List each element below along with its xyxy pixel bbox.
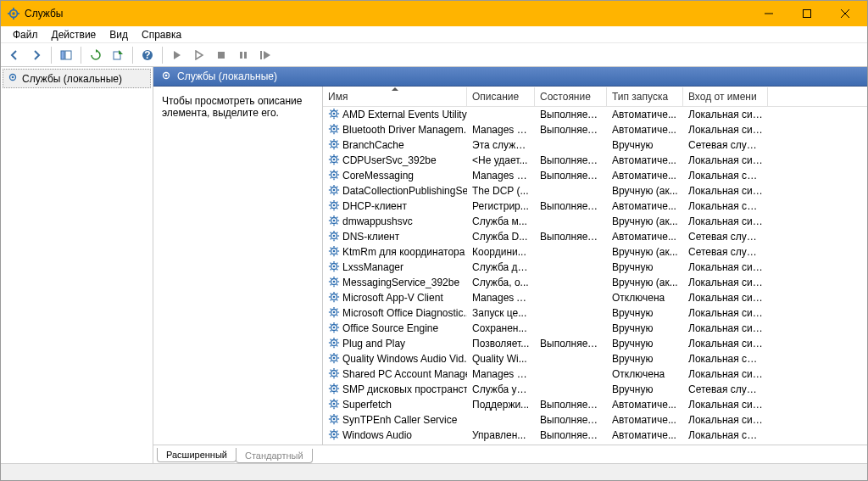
svg-point-20 (12, 76, 14, 79)
cell-logon: Локальная сис... (683, 322, 768, 335)
cell-description: Manages c... (467, 169, 535, 182)
gear-icon (328, 367, 340, 382)
svg-point-234 (333, 433, 336, 435)
service-row[interactable]: DHCP-клиентРегистрир...ВыполняетсяАвтома… (323, 199, 867, 214)
svg-line-69 (331, 171, 331, 171)
service-row[interactable]: Bluetooth Driver Managem...Manages B...В… (323, 122, 867, 137)
tab-extended[interactable]: Расширенный (157, 448, 236, 462)
service-row[interactable]: CDPUserSvc_392be<Не удает...ВыполняетсяА… (323, 153, 867, 168)
service-row[interactable]: Microsoft App-V ClientManages A...Отключ… (323, 290, 867, 305)
maximize-button[interactable] (787, 1, 826, 26)
svg-line-79 (331, 186, 331, 187)
service-row[interactable]: Quality Windows Audio Vid...Quality Wi..… (323, 351, 867, 366)
tab-standard[interactable]: Стандартный (236, 449, 313, 463)
cell-state (535, 358, 607, 360)
service-row[interactable]: SMP дисковых пространст...Служба уз...Вр… (323, 382, 867, 397)
cell-logon: Локальная сис... (683, 337, 768, 350)
service-row[interactable]: CoreMessagingManages c...ВыполняетсяАвто… (323, 168, 867, 183)
service-row[interactable]: DataCollectionPublishingSe...The DCP (..… (323, 183, 867, 199)
svg-line-112 (337, 232, 337, 232)
svg-line-152 (337, 293, 337, 294)
back-button[interactable] (4, 45, 25, 65)
service-row[interactable]: KtmRm для координатора ...Координи...Вру… (323, 244, 867, 260)
cell-startup: Вручную (607, 138, 683, 152)
service-row[interactable]: Windows AudioУправлен...ВыполняетсяАвтом… (323, 428, 867, 443)
help-button[interactable]: ? (137, 45, 158, 65)
cell-startup: Автоматиче... (607, 154, 683, 167)
gear-icon (328, 398, 340, 412)
svg-line-151 (331, 299, 331, 300)
cell-name: Plug and Play (323, 336, 467, 352)
cell-name: Quality Windows Audio Vid... (323, 351, 467, 367)
svg-point-84 (333, 204, 336, 206)
cell-logon: Локальная сис... (683, 184, 768, 198)
show-hide-tree-button[interactable] (56, 45, 76, 65)
export-button[interactable] (108, 45, 128, 65)
column-state[interactable]: Состояние (535, 87, 607, 106)
cell-description: Служба ди... (467, 260, 535, 274)
svg-rect-17 (244, 52, 247, 59)
cell-logon: Локальная сис... (683, 367, 768, 381)
column-startup[interactable]: Тип запуска (607, 87, 683, 106)
menu-help[interactable]: Справка (135, 27, 188, 42)
close-button[interactable] (826, 1, 864, 26)
forward-button[interactable] (26, 45, 47, 65)
service-row[interactable]: SuperfetchПоддержи...ВыполняетсяАвтомати… (323, 397, 867, 412)
cell-logon: Локальная сис... (683, 260, 768, 274)
svg-line-61 (331, 162, 331, 163)
cell-name: BranchCache (323, 137, 467, 154)
start-button-2[interactable] (189, 45, 209, 65)
svg-line-160 (337, 315, 337, 316)
pause-button[interactable] (233, 45, 253, 65)
svg-line-170 (337, 330, 337, 331)
service-row[interactable]: AMD External Events UtilityВыполняетсяАв… (323, 107, 867, 122)
cell-name: Office Source Engine (323, 321, 467, 337)
svg-line-101 (331, 223, 331, 224)
cell-state (535, 389, 607, 390)
svg-line-190 (337, 361, 337, 361)
svg-point-1 (12, 12, 15, 15)
service-rows[interactable]: AMD External Events UtilityВыполняетсяАв… (323, 107, 867, 445)
menu-view[interactable]: Вид (103, 27, 135, 42)
cell-startup: Автоматиче... (607, 199, 683, 213)
svg-line-191 (331, 361, 331, 361)
svg-line-50 (337, 147, 337, 148)
column-logon[interactable]: Вход от имени (683, 87, 768, 106)
cell-description: Сохранен... (467, 322, 535, 335)
refresh-button[interactable] (86, 45, 106, 65)
service-row[interactable]: SynTPEnh Caller ServiceВыполняетсяАвтома… (323, 412, 867, 428)
cell-startup: Автоматиче... (607, 413, 683, 427)
minimize-button[interactable] (749, 1, 787, 26)
toolbar-separator (51, 47, 52, 64)
cell-logon: Локальная сис... (683, 291, 768, 305)
menu-file[interactable]: Файл (6, 27, 45, 42)
service-row[interactable]: MessagingService_392beСлужба, о...Вручну… (323, 275, 867, 290)
cell-name: SynTPEnh Caller Service (323, 412, 467, 428)
service-row[interactable]: Plug and PlayПозволяет...ВыполняетсяВруч… (323, 336, 867, 351)
column-name[interactable]: Имя (323, 87, 467, 106)
cell-description: Координи... (467, 245, 535, 259)
service-row[interactable]: BranchCacheЭта служб...ВручнуюСетевая сл… (323, 137, 867, 153)
start-button[interactable] (167, 45, 187, 65)
stop-button[interactable] (211, 45, 231, 65)
service-row[interactable]: LxssManagerСлужба ди...ВручнуюЛокальная … (323, 260, 867, 275)
cell-startup: Вручную (607, 322, 683, 335)
column-description[interactable]: Описание (467, 87, 535, 106)
service-row[interactable]: Office Source EngineСохранен...ВручнуюЛо… (323, 321, 867, 336)
service-row[interactable]: DNS-клиентСлужба D...ВыполняетсяАвтомати… (323, 229, 867, 244)
svg-line-200 (337, 376, 337, 377)
toolbar: ? (1, 43, 867, 67)
cell-description: Manages A... (467, 291, 535, 305)
tree-root-services[interactable]: Службы (локальные) (3, 69, 151, 88)
svg-point-34 (333, 127, 336, 130)
svg-line-82 (337, 186, 337, 187)
svg-line-52 (337, 140, 337, 141)
restart-button[interactable] (255, 45, 275, 65)
menu-action[interactable]: Действие (45, 27, 103, 42)
cell-description (467, 114, 535, 115)
tab-strip: Расширенный Стандартный (153, 445, 867, 463)
service-row[interactable]: dmwappushsvcСлужба м...Вручную (ак...Лок… (323, 214, 867, 229)
service-row[interactable]: Microsoft Office Diagnostic...Запуск це.… (323, 305, 867, 321)
service-row[interactable]: Shared PC Account ManagerManages p...Отк… (323, 366, 867, 382)
svg-line-221 (331, 406, 331, 407)
